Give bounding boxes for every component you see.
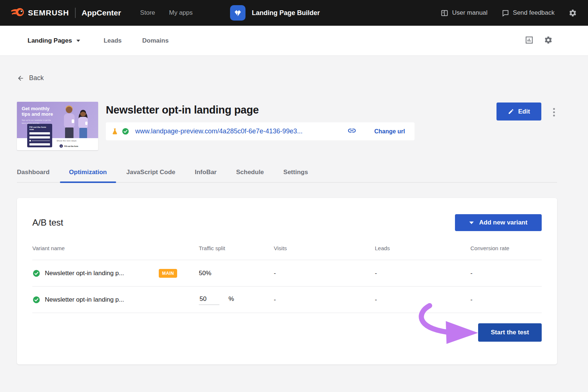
page-title: Newsletter opt-in landing page xyxy=(106,104,496,116)
chevron-down-icon xyxy=(76,40,80,42)
app-subnav: Landing Pages Leads Domains xyxy=(0,26,588,56)
col-visits: Visits xyxy=(274,245,375,251)
user-manual-label: User manual xyxy=(452,9,487,17)
reports-chart-icon[interactable] xyxy=(525,36,534,46)
variant-status-check-icon xyxy=(32,269,40,277)
tab-schedule[interactable]: Schedule xyxy=(236,169,264,182)
thumbnail-form-input xyxy=(29,136,50,139)
traffic-split-unit: % xyxy=(229,295,234,302)
back-label: Back xyxy=(29,74,44,82)
leads-value: - xyxy=(375,270,470,277)
col-conversion-rate: Conversion rate xyxy=(470,245,542,251)
table-row: Newsletter opt-in landing p... % - - - xyxy=(32,286,542,313)
ab-test-title: A/B test xyxy=(32,217,63,228)
tab-dashboard[interactable]: Dashboard xyxy=(17,169,50,182)
traffic-split-value: 50% xyxy=(199,270,274,277)
app-name: Landing Page Builder xyxy=(252,9,320,17)
change-url-button[interactable]: Change url xyxy=(374,128,405,135)
user-manual-link[interactable]: User manual xyxy=(441,9,487,17)
back-arrow-icon xyxy=(17,75,24,82)
brand-name: SEMRUSH xyxy=(28,8,69,17)
add-variant-label: Add new variant xyxy=(479,219,527,226)
chevron-down-icon xyxy=(469,222,474,224)
check-circle-icon xyxy=(122,127,129,135)
ab-test-flask-icon xyxy=(111,127,119,136)
tab-optimization[interactable]: Optimization xyxy=(69,169,107,182)
start-the-test-button[interactable]: Start the test xyxy=(478,323,542,342)
thumbnail-steps-title: Show the next steps xyxy=(57,140,76,142)
col-traffic-split: Traffic split xyxy=(199,245,274,251)
send-feedback-link[interactable]: Send feedback xyxy=(502,9,555,17)
variant-name-link[interactable]: Newsletter opt-in landing p... xyxy=(45,270,146,277)
col-leads: Leads xyxy=(375,245,470,251)
add-new-variant-button[interactable]: Add new variant xyxy=(455,214,542,231)
feedback-bubble-icon xyxy=(502,9,509,17)
thumbnail-step-item: 1 Fill out the form xyxy=(60,144,78,148)
url-bar: www.landpage-preview.com/4a285c0f-6e7e-4… xyxy=(106,122,415,140)
tab-javascript-code[interactable]: JavaScript Code xyxy=(126,169,175,182)
tab-settings[interactable]: Settings xyxy=(283,169,308,182)
conversion-rate-value: - xyxy=(470,270,542,277)
table-header-row: Variant name Traffic split Visits Leads … xyxy=(32,245,542,260)
thumbnail-form-title: Fill out the form now xyxy=(29,126,50,130)
traffic-split-input[interactable] xyxy=(199,295,219,305)
my-apps-link[interactable]: My apps xyxy=(169,9,193,17)
landing-page-builder-app-icon xyxy=(230,5,245,21)
variant-name-link[interactable]: Newsletter opt-in landing p... xyxy=(45,296,146,303)
semrush-logo[interactable]: SEMRUSH AppCenter xyxy=(10,7,121,18)
preview-url-link[interactable]: www.landpage-preview.com/4a285c0f-6e7e-4… xyxy=(135,127,302,135)
table-row: Newsletter opt-in landing p... MAIN 50% … xyxy=(32,260,542,286)
back-link[interactable]: Back xyxy=(17,74,61,82)
nav-leads[interactable]: Leads xyxy=(104,37,122,44)
send-feedback-label: Send feedback xyxy=(513,9,555,17)
landing-page-thumbnail[interactable]: Get monthly tips and more Sign up for ou… xyxy=(17,102,98,150)
more-options-kebab-icon[interactable] xyxy=(551,107,557,118)
thumbnail-form-terms xyxy=(29,140,50,141)
leads-value: - xyxy=(375,296,470,303)
main-variant-badge: MAIN xyxy=(159,269,177,278)
thumbnail-people-illustration xyxy=(49,103,97,139)
landing-pages-label: Landing Pages xyxy=(28,37,72,44)
variants-table: Variant name Traffic split Visits Leads … xyxy=(32,245,542,313)
semrush-flame-icon xyxy=(10,7,24,18)
top-navbar: SEMRUSH AppCenter Store My apps Landing … xyxy=(0,0,588,26)
edit-label: Edit xyxy=(518,108,530,115)
subnav-gear-icon[interactable] xyxy=(544,36,553,46)
visits-value: - xyxy=(274,296,375,303)
brand-suffix: AppCenter xyxy=(82,8,121,17)
store-link[interactable]: Store xyxy=(140,9,155,17)
variant-status-check-icon xyxy=(32,296,40,304)
topnav-gear-icon[interactable] xyxy=(569,9,577,17)
nav-domains[interactable]: Domains xyxy=(142,37,169,44)
book-icon xyxy=(441,9,448,17)
nav-landing-pages[interactable]: Landing Pages xyxy=(28,37,80,44)
ab-test-card: A/B test Add new variant Variant name Tr… xyxy=(17,198,557,364)
app-identity: Landing Page Builder xyxy=(230,5,320,21)
edit-button[interactable]: Edit xyxy=(496,103,541,121)
brand-divider xyxy=(75,8,76,18)
pencil-icon xyxy=(508,108,514,115)
thumbnail-form-input xyxy=(29,132,50,134)
thumbnail-form-card: Fill out the form now xyxy=(27,124,52,147)
tab-infobar[interactable]: InfoBar xyxy=(195,169,217,182)
conversion-rate-value: - xyxy=(470,296,542,303)
thumbnail-heading: Get monthly tips and more xyxy=(22,106,53,117)
copy-link-icon[interactable] xyxy=(347,126,356,137)
visits-value: - xyxy=(274,270,375,277)
page-tabs: Dashboard Optimization JavaScript Code I… xyxy=(17,169,557,183)
col-variant-name: Variant name xyxy=(32,245,199,251)
thumbnail-form-input xyxy=(29,143,50,145)
